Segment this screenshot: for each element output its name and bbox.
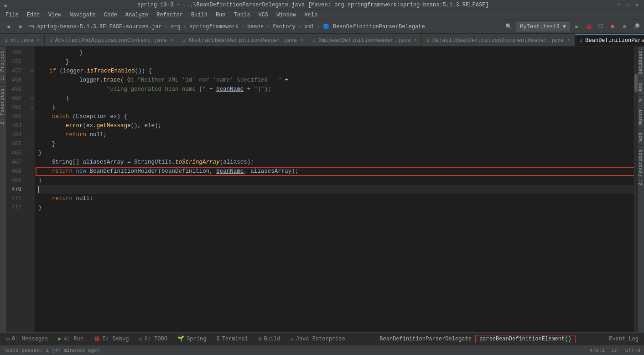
- minimize-button[interactable]: —: [616, 2, 622, 8]
- fold-461[interactable]: ⊟: [29, 103, 35, 112]
- panel-maven[interactable]: Maven: [638, 106, 644, 129]
- tab-close-default-bean[interactable]: ×: [567, 38, 570, 43]
- breadcrumb-jar[interactable]: 🗃 spring-beans-5.1.3.RELEASE-sources.jar: [28, 23, 162, 30]
- bottom-tab-spring[interactable]: 🌱 Spring: [173, 334, 211, 345]
- search-everywhere-icon[interactable]: 🔍: [503, 21, 514, 32]
- position-indicator[interactable]: 470:1: [590, 348, 605, 353]
- debug-button[interactable]: 🐞: [584, 22, 594, 32]
- menu-window[interactable]: Window: [273, 11, 300, 19]
- run-config-selector[interactable]: MyTest.test3 ▼: [516, 22, 570, 31]
- fold-455[interactable]: [29, 48, 35, 57]
- tab-xt[interactable]: J xt.java ×: [0, 34, 45, 46]
- java-icon: J: [313, 38, 316, 43]
- vertical-scrollbar[interactable]: [634, 46, 638, 332]
- line-separator[interactable]: LF: [612, 348, 618, 353]
- fold-468: [29, 167, 35, 176]
- line-467: 467: [6, 158, 25, 167]
- code-line-458: logger. trace ( O : "Neither XML 'id' no…: [38, 76, 634, 85]
- java-icon: J: [5, 38, 8, 43]
- line-470: 470: [6, 185, 25, 194]
- line-465: 465: [6, 139, 25, 149]
- fold-460[interactable]: ⊟: [29, 94, 35, 103]
- title-bar: ☕ spring_10-3 – ...\BeanDefinitionParser…: [0, 0, 644, 10]
- code-line-459: "using generated bean name [" + beanName…: [38, 85, 634, 94]
- test-status: Tests passed: 1 (47 minutes ago): [4, 348, 100, 353]
- breadcrumb-springframework[interactable]: springframework: [189, 24, 239, 30]
- menu-edit[interactable]: Edit: [23, 11, 44, 19]
- bottom-tab-build[interactable]: ⚙ Build: [254, 334, 285, 345]
- panel-database[interactable]: Database: [638, 46, 644, 78]
- sidebar-item-favorites[interactable]: 2: Favorites: [0, 84, 6, 128]
- settings-icon[interactable]: ⚙: [619, 22, 629, 32]
- tab-label: xt.java: [10, 37, 33, 44]
- panel-m[interactable]: m: [638, 95, 644, 106]
- breadcrumb-org[interactable]: org: [171, 24, 181, 30]
- bottom-tab-terminal[interactable]: $ Terminal: [212, 334, 253, 345]
- breadcrumb-factory[interactable]: factory: [272, 24, 295, 30]
- menu-bar: File Edit View Navigate Code Analyze Ref…: [0, 10, 644, 20]
- tab-close-xt[interactable]: ×: [37, 38, 40, 43]
- menu-code[interactable]: Code: [100, 11, 121, 19]
- menu-run[interactable]: Run: [212, 11, 229, 19]
- spring-icon: 🌱: [177, 335, 184, 342]
- java-icon: J: [49, 38, 52, 43]
- left-sidebar: 1: Project 2: Favorites: [0, 46, 6, 332]
- encoding-indicator[interactable]: UTF-8: [625, 348, 640, 353]
- menu-tools[interactable]: Tools: [230, 11, 254, 19]
- method-name-badge[interactable]: parseBeanDefinitionElement(): [475, 335, 576, 343]
- tab-bean-delegate[interactable]: J BeanDefinitionParserDelegate ×: [575, 34, 644, 46]
- maximize-button[interactable]: ☐: [625, 2, 631, 8]
- fold-457[interactable]: ⊟: [29, 67, 35, 76]
- bottom-tab-java-enterprise[interactable]: ☕ Java Enterprise: [286, 334, 349, 345]
- fold-464: [29, 130, 35, 139]
- line-455: 455: [6, 48, 25, 57]
- breadcrumb-beans[interactable]: beans: [247, 24, 264, 30]
- bottom-tab-debug[interactable]: 🐞 5: Debug: [89, 334, 134, 345]
- line-468: 468: [6, 167, 25, 176]
- fold-462[interactable]: ⊟: [29, 112, 35, 121]
- panel-web[interactable]: Web: [638, 129, 644, 145]
- menu-navigate[interactable]: Navigate: [66, 11, 99, 19]
- forward-button[interactable]: ▶: [16, 21, 26, 32]
- code-line-469: }: [38, 176, 634, 185]
- event-log-button[interactable]: Event Log: [605, 336, 642, 342]
- menu-refactor[interactable]: Refactor: [153, 11, 187, 19]
- fold-456[interactable]: [29, 57, 35, 67]
- back-button[interactable]: ◀: [3, 21, 14, 32]
- code-content[interactable]: } } if (logger. isTraceEnabled ()) { log…: [35, 46, 634, 332]
- tab-abstract-xml[interactable]: J AbstractXmlApplicationContext.java ×: [45, 34, 178, 46]
- menu-view[interactable]: View: [45, 11, 65, 19]
- tab-label: AbstractXmlApplicationContext.java: [55, 37, 167, 44]
- stop-button[interactable]: ⏹: [608, 22, 618, 32]
- breadcrumb-xml[interactable]: xml: [304, 24, 314, 30]
- code-line-470: [38, 185, 634, 194]
- close-button[interactable]: ✕: [634, 2, 640, 8]
- tab-close-xml-bean[interactable]: ×: [414, 38, 417, 43]
- search-icon[interactable]: 🔎: [631, 22, 641, 32]
- menu-vcs[interactable]: VCS: [255, 11, 272, 19]
- tab-close-abstract-xml[interactable]: ×: [171, 38, 173, 43]
- build-icon: ⚙: [258, 335, 261, 342]
- run-with-coverage-button[interactable]: 🛡: [596, 22, 606, 32]
- tab-xml-bean[interactable]: J XmlBeanDefinitionReader.java ×: [308, 34, 422, 46]
- tab-abstract-bean[interactable]: J AbstractBeanDefinitionReader.java ×: [178, 34, 308, 46]
- menu-help[interactable]: Help: [301, 11, 321, 19]
- tab-close-abstract-bean[interactable]: ×: [301, 38, 303, 43]
- bottom-tab-messages[interactable]: ✉ 0: Messages: [2, 334, 52, 345]
- fold-465[interactable]: ⊟: [29, 139, 35, 149]
- panel-favorites[interactable]: 2: Favorites: [638, 145, 644, 189]
- right-panels: Database Ant m Maven Web 2: Favorites: [638, 46, 644, 332]
- tab-default-bean[interactable]: J DefaultBeanDefinitionDocumentReader.ja…: [422, 34, 575, 46]
- menu-analyze[interactable]: Analyze: [122, 11, 152, 19]
- code-line-462: catch ( Exception ex) {: [38, 112, 634, 121]
- scrollbar-thumb[interactable]: [634, 74, 638, 92]
- panel-ant[interactable]: Ant: [638, 78, 644, 95]
- bottom-tab-todo[interactable]: ☑ 6: TODO: [135, 334, 172, 345]
- sidebar-item-project[interactable]: 1: Project: [0, 46, 6, 84]
- run-button[interactable]: ▶: [572, 22, 582, 32]
- line-459: 459: [6, 85, 25, 94]
- bottom-tab-run[interactable]: ▶ 4: Run: [53, 334, 88, 345]
- breadcrumb-class[interactable]: 🔵 BeanDefinitionParserDelegate: [323, 23, 425, 30]
- menu-file[interactable]: File: [2, 11, 22, 19]
- menu-build[interactable]: Build: [187, 11, 211, 19]
